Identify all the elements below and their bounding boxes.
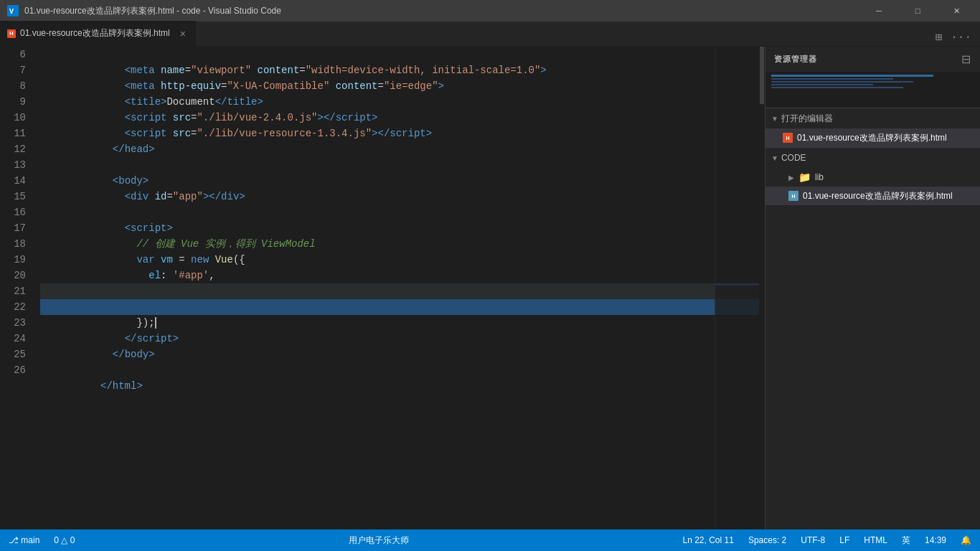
code-line-19: el: '#app',	[40, 252, 759, 268]
open-editors-chevron: ▼	[771, 115, 778, 123]
code-line-17: // 创建 Vue 实例，得到 ViewModel	[40, 220, 759, 236]
tab-bar: H 01.vue-resource改造品牌列表案例.html × ⊞ ···	[0, 22, 980, 47]
title-bar-controls[interactable]: ─ □ ✕	[862, 0, 973, 22]
code-line-10: <script src="./lib/vue-resource-1.3.4.js…	[40, 110, 759, 126]
open-editors-header[interactable]: ▼ 打开的编辑器	[765, 108, 980, 128]
status-left: ⎇ main 0 △ 0	[6, 535, 77, 545]
tab-close-button[interactable]: ×	[177, 28, 189, 39]
line-num-16: 16	[0, 204, 26, 220]
code-container: 6 7 8 9 10 11 12 13 14 15 16 17 18 19 20…	[0, 47, 765, 529]
sidebar-file-label: 01.vue-resource改造品牌列表案例.html	[803, 190, 953, 202]
minimap	[715, 47, 759, 529]
status-bar: ⎇ main 0 △ 0 用户电子乐大师 Ln 22, Col 11 Space…	[0, 529, 980, 551]
sidebar-collapse-icon[interactable]: ⊟	[961, 52, 971, 66]
code-line-14: <div id="app"></div>	[40, 173, 759, 189]
line-col[interactable]: Ln 22, Col 11	[680, 535, 737, 545]
open-file-label: 01.vue-resource改造品牌列表案例.html	[797, 132, 947, 144]
line-num-11: 11	[0, 126, 26, 141]
app-icon: V	[7, 5, 19, 17]
window-title: 01.vue-resource改造品牌列表案例.html - code - Vi…	[24, 5, 281, 17]
clock: 14:39	[922, 535, 949, 545]
code-line-23: </script>	[40, 315, 759, 331]
line-numbers: 6 7 8 9 10 11 12 13 14 15 16 17 18 19 20…	[0, 47, 37, 529]
code-line-18: var vm = new Vue({	[40, 236, 759, 252]
code-line-26: </html>	[40, 362, 759, 378]
line-num-14: 14	[0, 173, 26, 189]
code-line-24: </body>	[40, 331, 759, 347]
status-center: 用户电子乐大师	[349, 534, 409, 547]
open-editors-section: ▼ 打开的编辑器 H 01.vue-resource改造品牌列表案例.html	[765, 108, 980, 147]
scrollbar[interactable]	[759, 47, 765, 529]
open-editors-label: 打开的编辑器	[781, 113, 833, 125]
line-num-26: 26	[0, 362, 26, 378]
lib-folder-chevron: ▶	[788, 174, 794, 182]
code-line-9: <script src="./lib/vue-2.4.0.js"></scrip…	[40, 94, 759, 110]
lib-folder-item[interactable]: ▶ 📁 lib	[765, 168, 980, 187]
main-layout: 6 7 8 9 10 11 12 13 14 15 16 17 18 19 20…	[0, 47, 980, 529]
lib-folder-label: lib	[815, 172, 824, 182]
code-line-21: methods: {}	[40, 283, 759, 299]
error-count[interactable]: 0 △ 0	[51, 535, 77, 545]
line-num-6: 6	[0, 47, 26, 62]
line-num-23: 23	[0, 315, 26, 331]
spaces[interactable]: Spaces: 2	[745, 535, 789, 545]
close-button[interactable]: ✕	[940, 0, 973, 22]
line-num-9: 9	[0, 94, 26, 110]
line-num-15: 15	[0, 189, 26, 204]
right-sidebar: 资源管理器 ⊟ ▼ 打开的编辑器 H 01.vue-resource改造品牌列表…	[765, 47, 980, 529]
maximize-button[interactable]: □	[901, 0, 934, 22]
tab-right-icons: ⊞ ···	[933, 29, 980, 46]
git-branch[interactable]: ⎇ main	[6, 535, 42, 545]
code-folder-label: CODE	[781, 153, 806, 163]
locale[interactable]: 英	[899, 534, 913, 547]
line-num-13: 13	[0, 157, 26, 173]
editor-area[interactable]: 6 7 8 9 10 11 12 13 14 15 16 17 18 19 20…	[0, 47, 765, 529]
code-folder-chevron: ▼	[771, 154, 778, 162]
status-right: Ln 22, Col 11 Spaces: 2 UTF-8 LF HTML 英 …	[680, 534, 974, 547]
sidebar-preview	[765, 72, 980, 108]
editor-tab[interactable]: H 01.vue-resource改造品牌列表案例.html ×	[0, 21, 197, 46]
sidebar-title: 资源管理器	[774, 54, 817, 65]
taskbar-center-text: 用户电子乐大师	[349, 534, 409, 547]
encoding[interactable]: UTF-8	[798, 535, 828, 545]
line-num-21: 21	[0, 283, 26, 299]
line-num-24: 24	[0, 331, 26, 347]
title-bar-left: V 01.vue-resource改造品牌列表案例.html - code - …	[7, 5, 281, 17]
code-line-16: <script>	[40, 204, 759, 220]
code-line-6: <meta name="viewport" content="width=dev…	[40, 47, 759, 62]
tab-label: 01.vue-resource改造品牌列表案例.html	[20, 27, 170, 39]
open-file-item[interactable]: H 01.vue-resource改造品牌列表案例.html	[765, 128, 980, 147]
code-line-22: });	[40, 299, 759, 315]
line-num-22: 22	[0, 299, 26, 315]
svg-text:V: V	[9, 8, 14, 16]
language[interactable]: HTML	[861, 535, 890, 545]
sidebar-file-item[interactable]: H 01.vue-resource改造品牌列表案例.html	[765, 187, 980, 205]
minimize-button[interactable]: ─	[862, 0, 895, 22]
code-line-11: </head>	[40, 126, 759, 141]
line-num-20: 20	[0, 268, 26, 283]
line-num-10: 10	[0, 110, 26, 126]
line-num-12: 12	[0, 141, 26, 157]
code-folder-header[interactable]: ▼ CODE	[765, 148, 980, 168]
sidebar-header: 资源管理器 ⊟	[765, 47, 980, 72]
notification-icon[interactable]: 🔔	[958, 535, 974, 545]
line-ending[interactable]: LF	[837, 535, 852, 545]
code-line-15	[40, 189, 759, 204]
line-num-17: 17	[0, 220, 26, 236]
code-line-25	[40, 347, 759, 362]
split-editor-icon[interactable]: ⊞	[933, 29, 946, 46]
code-folder-section: ▼ CODE ▶ 📁 lib H 01.vue-resource改造品牌列表案例…	[765, 147, 980, 205]
code-lines[interactable]: <meta name="viewport" content="width=dev…	[37, 47, 759, 529]
scroll-thumb[interactable]	[760, 47, 764, 104]
line-num-7: 7	[0, 62, 26, 78]
code-line-7: <meta http-equiv="X-UA-Compatible" conte…	[40, 62, 759, 78]
code-line-12	[40, 141, 759, 157]
more-options-icon[interactable]: ···	[948, 29, 974, 45]
code-line-13: <body>	[40, 157, 759, 173]
line-num-8: 8	[0, 78, 26, 94]
code-line-20: data: {},	[40, 268, 759, 283]
html-file-icon: H	[783, 133, 793, 143]
tab-file-icon: H	[7, 29, 16, 38]
title-bar: V 01.vue-resource改造品牌列表案例.html - code - …	[0, 0, 980, 22]
sidebar-html-icon: H	[788, 191, 798, 201]
